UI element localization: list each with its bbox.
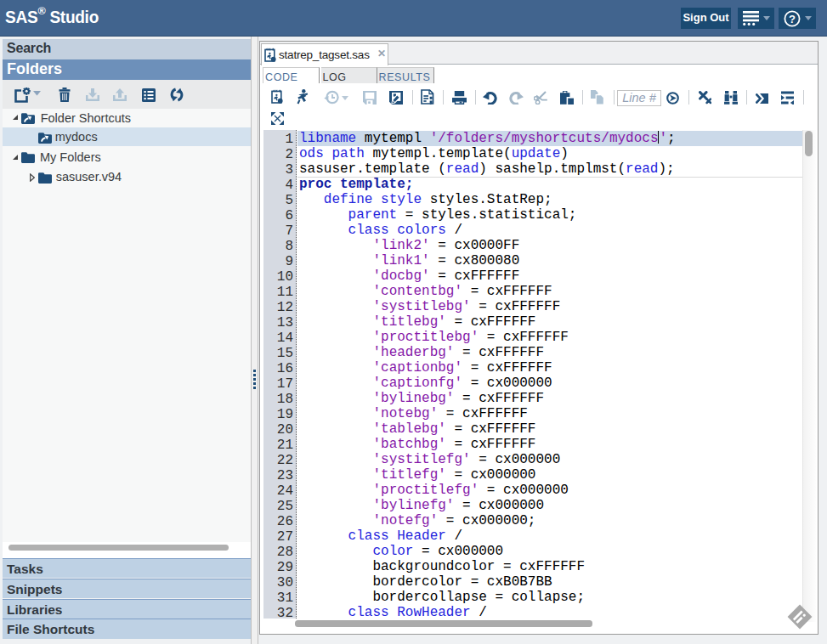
svg-text:?: ? <box>789 12 796 25</box>
